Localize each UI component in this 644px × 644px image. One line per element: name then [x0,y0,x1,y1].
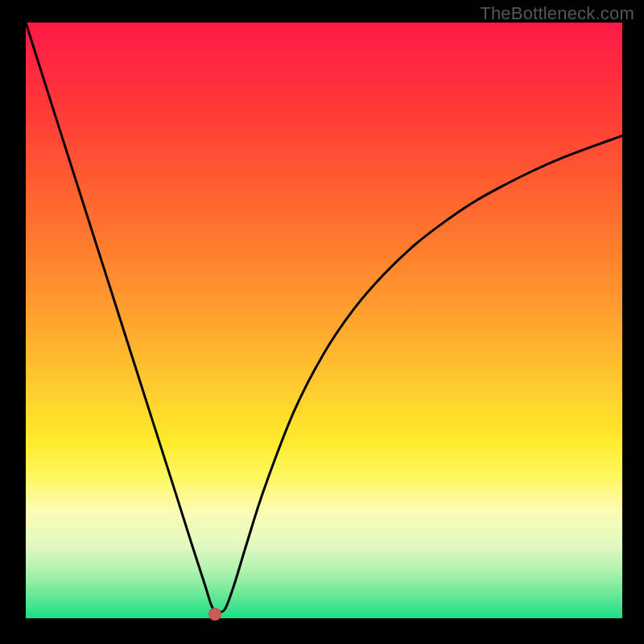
bottleneck-curve [26,23,622,618]
watermark-text: TheBottleneck.com [480,3,634,24]
plot-area [26,23,622,618]
optimum-marker [208,608,221,621]
chart-frame: TheBottleneck.com [0,0,644,644]
